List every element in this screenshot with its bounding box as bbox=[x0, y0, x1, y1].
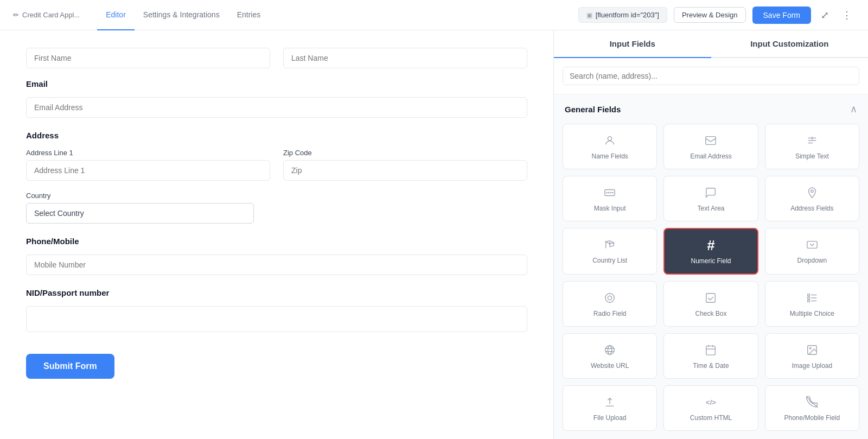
field-label-address-fields: Address Fields bbox=[790, 205, 833, 212]
edit-icon: ✏ bbox=[13, 11, 19, 19]
form-editor: Email Address Address Line 1 Zip Code Co… bbox=[0, 30, 553, 439]
last-name-input[interactable] bbox=[283, 48, 527, 68]
save-form-button[interactable]: Save Form bbox=[752, 7, 811, 24]
address-line1-input[interactable] bbox=[26, 160, 270, 181]
panel-content: General Fields ∧ Name Fields Email Addre bbox=[554, 94, 868, 439]
field-card-time-date[interactable]: Time & Date bbox=[663, 333, 758, 379]
field-card-file-upload[interactable]: File Upload bbox=[563, 385, 657, 431]
field-card-custom-html[interactable]: </> Custom HTML bbox=[663, 385, 758, 431]
field-card-mask-input[interactable]: Mask Input bbox=[563, 176, 657, 221]
right-panel: Input Fields Input Customization General… bbox=[553, 30, 868, 439]
svg-point-0 bbox=[608, 137, 611, 141]
breadcrumb: ✏ Credit Card Appl... bbox=[13, 11, 80, 19]
tab-settings[interactable]: Settings & Integrations bbox=[135, 0, 228, 30]
submit-form-button[interactable]: Submit Form bbox=[26, 354, 114, 379]
svg-rect-22 bbox=[706, 346, 716, 355]
svg-point-21 bbox=[605, 346, 615, 355]
country-field: Country Select Country bbox=[26, 192, 254, 224]
phone-input[interactable] bbox=[26, 255, 527, 275]
field-label-multiple-choice: Multiple Choice bbox=[790, 310, 834, 317]
field-card-text-area[interactable]: Text Area bbox=[663, 176, 758, 221]
svg-point-27 bbox=[809, 347, 811, 349]
first-name-field bbox=[26, 48, 270, 68]
mask-input-icon bbox=[604, 185, 616, 200]
country-select[interactable]: Select Country bbox=[26, 203, 254, 224]
shortcode-text: [fluentform id="203"] bbox=[596, 11, 659, 19]
field-label-simple-text: Simple Text bbox=[795, 152, 829, 160]
field-label-dropdown: Dropdown bbox=[797, 257, 827, 264]
field-card-dropdown[interactable]: Dropdown bbox=[765, 228, 859, 275]
field-label-radio-field: Radio Field bbox=[593, 310, 627, 317]
custom-html-icon: </> bbox=[706, 395, 716, 410]
svg-rect-11 bbox=[807, 241, 817, 249]
nid-label: NID/Passport number bbox=[26, 288, 527, 297]
svg-point-12 bbox=[605, 294, 615, 303]
check-box-icon bbox=[705, 290, 717, 306]
collapse-icon[interactable]: ∧ bbox=[850, 103, 857, 115]
field-card-website-url[interactable]: Website URL bbox=[563, 333, 657, 379]
preview-design-button[interactable]: Preview & Design bbox=[674, 7, 746, 23]
svg-rect-14 bbox=[706, 294, 716, 303]
radio-field-icon bbox=[604, 290, 616, 306]
field-label-mask-input: Mask Input bbox=[594, 205, 626, 212]
field-card-phone-mobile[interactable]: Phone/Mobile Field bbox=[765, 385, 859, 431]
shortcode-icon: ▣ bbox=[586, 11, 592, 19]
svg-point-10 bbox=[811, 190, 814, 193]
time-date-icon bbox=[705, 342, 717, 358]
fields-grid: Name Fields Email Address Simple Text bbox=[563, 124, 859, 431]
nid-section: NID/Passport number bbox=[26, 288, 527, 332]
country-list-icon bbox=[604, 237, 616, 252]
address-section-title: Address bbox=[26, 131, 527, 140]
field-card-multiple-choice[interactable]: Multiple Choice bbox=[765, 281, 859, 327]
phone-mobile-field-icon bbox=[806, 395, 818, 410]
fields-search-input[interactable] bbox=[563, 67, 859, 85]
field-label-image-upload: Image Upload bbox=[792, 362, 832, 370]
field-label-time-date: Time & Date bbox=[693, 362, 729, 370]
text-area-icon bbox=[705, 185, 717, 200]
field-card-country-list[interactable]: Country List bbox=[563, 228, 657, 275]
name-fields-icon bbox=[604, 133, 616, 148]
email-address-icon bbox=[705, 133, 717, 148]
tab-input-fields[interactable]: Input Fields bbox=[554, 30, 711, 58]
field-label-country-list: Country List bbox=[592, 257, 627, 264]
email-label: Email bbox=[26, 79, 527, 88]
tab-entries[interactable]: Entries bbox=[228, 0, 270, 30]
file-upload-icon bbox=[604, 395, 616, 410]
country-label: Country bbox=[26, 192, 254, 200]
phone-label: Phone/Mobile bbox=[26, 237, 527, 246]
address-line1-field: Address Line 1 bbox=[26, 149, 270, 181]
address-fields-icon bbox=[806, 185, 818, 200]
expand-icon[interactable]: ⤢ bbox=[818, 6, 832, 24]
main-layout: Email Address Address Line 1 Zip Code Co… bbox=[0, 30, 868, 439]
email-input[interactable] bbox=[26, 97, 527, 118]
field-label-custom-html: Custom HTML bbox=[690, 414, 732, 422]
tab-editor[interactable]: Editor bbox=[97, 0, 135, 30]
nid-input[interactable] bbox=[26, 306, 527, 332]
field-label-file-upload: File Upload bbox=[593, 414, 627, 422]
tab-input-customization[interactable]: Input Customization bbox=[711, 30, 869, 58]
field-card-image-upload[interactable]: Image Upload bbox=[765, 333, 859, 379]
field-card-radio-field[interactable]: Radio Field bbox=[563, 281, 657, 327]
shortcode-button[interactable]: ▣ [fluentform id="203"] bbox=[578, 7, 667, 23]
field-card-name-fields[interactable]: Name Fields bbox=[563, 124, 657, 169]
first-name-input[interactable] bbox=[26, 48, 270, 68]
field-card-email-address[interactable]: Email Address bbox=[663, 124, 758, 169]
website-url-icon bbox=[604, 342, 616, 358]
panel-search-area bbox=[554, 58, 868, 94]
breadcrumb-text: Credit Card Appl... bbox=[22, 11, 80, 19]
field-card-simple-text[interactable]: Simple Text bbox=[765, 124, 859, 169]
general-fields-title: General Fields bbox=[565, 105, 621, 114]
field-card-numeric-field[interactable]: # Numeric Field bbox=[663, 228, 758, 275]
svg-rect-19 bbox=[808, 300, 810, 302]
more-options-icon[interactable]: ⋮ bbox=[839, 6, 855, 24]
phone-section: Phone/Mobile bbox=[26, 237, 527, 275]
dropdown-icon bbox=[806, 237, 818, 252]
zip-input[interactable] bbox=[283, 160, 527, 181]
field-card-check-box[interactable]: Check Box bbox=[663, 281, 758, 327]
field-label-phone-mobile-field: Phone/Mobile Field bbox=[784, 414, 840, 422]
numeric-field-icon: # bbox=[707, 238, 714, 253]
field-card-address-fields[interactable]: Address Fields bbox=[765, 176, 859, 221]
top-nav: ✏ Credit Card Appl... Editor Settings & … bbox=[0, 0, 868, 30]
image-upload-icon bbox=[806, 342, 818, 358]
address-line1-label: Address Line 1 bbox=[26, 149, 270, 157]
